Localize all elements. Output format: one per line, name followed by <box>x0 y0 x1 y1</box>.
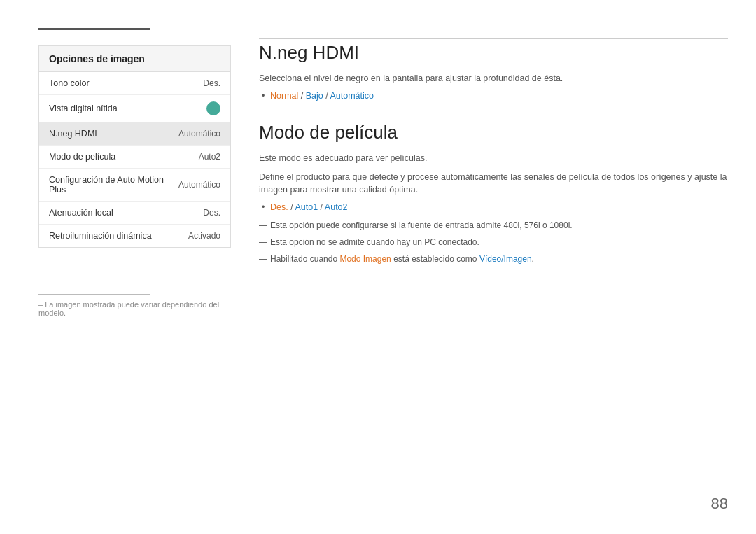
note-item-3: Habilitado cuando Modo Imagen está estab… <box>259 253 728 265</box>
note-text-3-prefix: Habilitado cuando <box>270 254 340 264</box>
toggle-dot-vista-digital <box>206 101 220 115</box>
option-des: Des. <box>270 202 288 212</box>
section2-notes: Esta opción puede configurarse si la fue… <box>259 219 728 265</box>
menu-item-retroiluminacion[interactable]: Retroiluminación dinámica Activado <box>39 225 230 247</box>
note-text-2: Esta opción no se admite cuando hay un P… <box>270 237 479 247</box>
footnote-text: – La imagen mostrada puede variar depend… <box>38 300 231 317</box>
option-auto1: Auto1 <box>295 202 318 212</box>
item-value-tono-color: Des. <box>203 78 220 88</box>
menu-item-auto-motion[interactable]: Configuración de Auto Motion Plus Automá… <box>39 169 230 202</box>
separator1: / <box>298 91 305 101</box>
separator3: / <box>288 202 295 212</box>
note-text-3-suffix: . <box>532 254 534 264</box>
item-label-atenuacion: Atenuación local <box>49 208 113 218</box>
item-value-auto-motion: Automático <box>178 180 220 190</box>
section2-option-item: Des. / Auto1 / Auto2 <box>270 202 728 212</box>
top-line-light <box>150 29 728 29</box>
right-content: N.neg HDMI Selecciona el nivel de negro … <box>259 38 728 269</box>
panel-footnote: – La imagen mostrada puede variar depend… <box>38 294 231 317</box>
item-value-atenuacion: Des. <box>203 208 220 218</box>
option-normal: Normal <box>270 91 298 101</box>
note-link-video-imagen: Vídeo/Imagen <box>479 254 532 264</box>
menu-item-modo-pelicula[interactable]: Modo de película Auto2 <box>39 146 230 169</box>
section2-title: Modo de película <box>259 122 728 143</box>
note-item-1: Esta opción puede configurarse si la fue… <box>259 219 728 232</box>
item-label-vista-digital: Vista digital nítida <box>49 104 118 113</box>
option-auto2: Auto2 <box>325 202 348 212</box>
menu-item-atenuacion[interactable]: Atenuación local Des. <box>39 202 230 225</box>
item-value-nneg-hdmi: Automático <box>178 129 220 139</box>
menu-item-vista-digital[interactable]: Vista digital nítida <box>39 95 230 122</box>
note-link-modo-imagen: Modo Imagen <box>340 254 391 264</box>
section1-options: Normal / Bajo / Automático <box>259 91 728 101</box>
section2-options: Des. / Auto1 / Auto2 <box>259 202 728 212</box>
option-bajo: Bajo <box>306 91 323 101</box>
item-label-nneg-hdmi: N.neg HDMI <box>49 129 97 139</box>
section1-desc: Selecciona el nivel de negro en la panta… <box>259 72 728 85</box>
menu-item-tono-color[interactable]: Tono color Des. <box>39 72 230 95</box>
item-label-tono-color: Tono color <box>49 78 90 88</box>
item-value-modo-pelicula: Auto2 <box>199 152 220 162</box>
menu-item-nneg-hdmi[interactable]: N.neg HDMI Automático <box>39 122 230 146</box>
section1-title: N.neg HDMI <box>259 42 728 64</box>
note-item-2: Esta opción no se admite cuando hay un P… <box>259 236 728 248</box>
note-text-3-middle: está establecido como <box>391 254 479 264</box>
left-panel: Opciones de imagen Tono color Des. Vista… <box>38 45 231 248</box>
section2: Modo de película Este modo es adecuado p… <box>259 122 728 265</box>
separator4: / <box>318 202 325 212</box>
panel-title: Opciones de imagen <box>39 46 230 72</box>
section2-desc2: Define el producto para que detecte y pr… <box>259 171 728 197</box>
item-value-retroiluminacion: Activado <box>188 231 220 241</box>
item-label-modo-pelicula: Modo de película <box>49 152 115 162</box>
page-number: 88 <box>711 495 728 513</box>
section1-option-item: Normal / Bajo / Automático <box>270 91 728 101</box>
item-label-auto-motion: Configuración de Auto Motion Plus <box>49 175 178 195</box>
footnote-divider <box>38 294 150 295</box>
top-line-dark <box>38 28 150 30</box>
top-decorative-lines <box>38 28 728 30</box>
item-label-retroiluminacion: Retroiluminación dinámica <box>49 231 152 241</box>
option-automatico1: Automático <box>330 91 374 101</box>
note-text-1: Esta opción puede configurarse si la fue… <box>270 220 573 230</box>
section2-desc1: Este modo es adecuado para ver películas… <box>259 152 728 165</box>
